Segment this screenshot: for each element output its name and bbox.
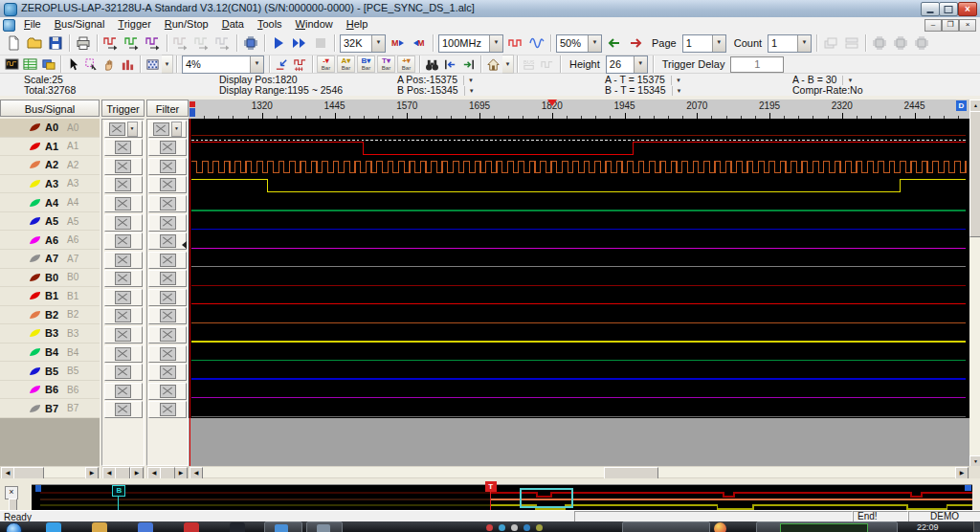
- channel-row-B1[interactable]: B1B1: [0, 287, 100, 306]
- a-bar-offscreen-indicator[interactable]: [189, 101, 195, 107]
- overview-b-bar-marker[interactable]: B: [112, 485, 125, 497]
- dont-care-checkbox[interactable]: [160, 216, 176, 230]
- bar-analysis-icon[interactable]: [119, 55, 137, 73]
- dont-care-checkbox[interactable]: [115, 366, 131, 379]
- trigger-position-combo[interactable]: 50%▼: [556, 34, 602, 53]
- dont-care-checkbox[interactable]: [160, 178, 176, 191]
- chevron-down-icon[interactable]: ▼: [588, 35, 601, 52]
- chevron-down-icon[interactable]: ▼: [371, 35, 385, 52]
- a-bar-button[interactable]: A▾Bar: [337, 55, 355, 73]
- dont-care-checkbox[interactable]: [115, 216, 131, 230]
- splitter-collapse-icon[interactable]: [182, 241, 187, 249]
- filter-cell-B3[interactable]: [148, 325, 187, 344]
- height-combo[interactable]: 26▼: [606, 55, 648, 74]
- dont-care-checkbox[interactable]: [115, 234, 131, 248]
- channel-row-A3[interactable]: A3A3: [0, 175, 100, 194]
- sampling-rate-combo[interactable]: 100MHz▼: [438, 34, 503, 53]
- filter-cell-A7[interactable]: [148, 251, 187, 270]
- bus-signal-header[interactable]: Bus/Signal: [0, 100, 100, 117]
- tray-icon-4[interactable]: [536, 524, 543, 531]
- chevron-down-icon[interactable]: ▼: [502, 55, 514, 74]
- listing-display-icon[interactable]: [21, 55, 39, 73]
- channel-row-A1[interactable]: A1A1: [0, 138, 100, 157]
- filter-cell-B2[interactable]: [148, 307, 187, 326]
- show-desktop-button[interactable]: [973, 521, 980, 532]
- bus-panel-hscrollbar[interactable]: ◀▶: [0, 466, 100, 478]
- goto-a-icon[interactable]: [441, 55, 459, 73]
- dont-care-checkbox[interactable]: [160, 309, 176, 322]
- vscroll-thumb[interactable]: [969, 111, 980, 237]
- filter-cell-B1[interactable]: [148, 288, 187, 307]
- waveform-canvas[interactable]: [189, 119, 969, 466]
- dont-care-checkbox[interactable]: [115, 385, 131, 398]
- trigger-column-hscrollbar[interactable]: ◀▶: [101, 466, 145, 478]
- menu-item-run-stop[interactable]: Run/Stop: [158, 17, 215, 32]
- dont-care-checkbox[interactable]: [115, 291, 131, 304]
- dont-care-checkbox[interactable]: [160, 141, 176, 154]
- dont-care-checkbox[interactable]: [109, 122, 125, 136]
- pointer-icon[interactable]: [64, 55, 82, 73]
- channel-row-A6[interactable]: A6A6: [0, 231, 100, 250]
- find-icon[interactable]: [423, 55, 441, 73]
- memory-depth-combo[interactable]: 32K▼: [340, 34, 386, 53]
- waveform-display-icon[interactable]: [3, 55, 21, 73]
- square-wave-icon[interactable]: [505, 33, 526, 54]
- minimize-button[interactable]: [921, 2, 940, 16]
- overview-strip[interactable]: T B: [32, 484, 972, 511]
- menu-item-data[interactable]: Data: [215, 17, 251, 32]
- channel-row-B6[interactable]: B6B6: [0, 381, 100, 400]
- taskbar-window-button-2[interactable]: [306, 521, 343, 532]
- tray-icon-1[interactable]: [499, 524, 505, 531]
- channel-row-A0[interactable]: A0A0: [0, 119, 100, 138]
- menu-item-window[interactable]: Window: [289, 17, 340, 32]
- chevron-down-icon[interactable]: ▼: [489, 35, 502, 52]
- menu-item-bus-signal[interactable]: Bus/Signal: [48, 17, 112, 32]
- hand-icon[interactable]: [100, 55, 119, 73]
- a-t-dropdown[interactable]: ▼: [671, 76, 685, 85]
- sine-wave-icon[interactable]: [526, 33, 547, 54]
- open-file-icon[interactable]: [24, 33, 45, 54]
- dont-care-checkbox[interactable]: [115, 178, 131, 191]
- menu-item-file[interactable]: File: [17, 17, 48, 32]
- chevron-down-icon[interactable]: ▼: [712, 35, 725, 52]
- menu-item-trigger[interactable]: Trigger: [111, 17, 157, 32]
- mdi-restore-button[interactable]: ❐: [942, 19, 959, 32]
- dont-care-checkbox[interactable]: [160, 328, 176, 342]
- filter-cell-B6[interactable]: [148, 382, 187, 401]
- ruler-wave-icon[interactable]: [291, 55, 309, 73]
- page-prev-icon[interactable]: [604, 33, 625, 54]
- mdi-close-button[interactable]: ×: [959, 19, 976, 32]
- trigger-cell-A1[interactable]: [103, 139, 143, 158]
- channel-row-B0[interactable]: B0B0: [0, 269, 100, 288]
- dont-care-checkbox[interactable]: [115, 141, 131, 154]
- trigger-cell-B5[interactable]: [103, 363, 143, 382]
- taskbar-active-app[interactable]: [756, 521, 898, 532]
- chevron-down-icon[interactable]: ▼: [171, 122, 182, 137]
- tray-icon-2[interactable]: [511, 524, 518, 531]
- b-pos-dropdown[interactable]: ▼: [464, 86, 479, 96]
- chevron-down-icon[interactable]: ▼: [634, 56, 647, 73]
- dont-care-checkbox[interactable]: [160, 366, 176, 379]
- menu-item-tools[interactable]: Tools: [251, 17, 289, 32]
- tray-icon-0[interactable]: [486, 524, 493, 531]
- page-combo[interactable]: 1▼: [682, 34, 726, 53]
- maximize-button[interactable]: [939, 2, 958, 16]
- dont-care-checkbox[interactable]: [160, 291, 176, 304]
- dont-care-checkbox[interactable]: [115, 272, 131, 285]
- trigger-cell-A2[interactable]: [103, 157, 143, 176]
- chevron-down-icon[interactable]: ▼: [250, 56, 263, 73]
- dont-care-checkbox[interactable]: [160, 234, 176, 248]
- run-icon[interactable]: [268, 33, 289, 54]
- zoom-scale-combo[interactable]: 4%▼: [182, 55, 264, 74]
- trigger-pattern-icon[interactable]: [122, 33, 143, 54]
- trigger-cell-B0[interactable]: [103, 270, 143, 289]
- taskbar-app-dark[interactable]: [230, 522, 245, 532]
- trigger-cell-A0[interactable]: ▼: [103, 120, 143, 139]
- new-file-icon[interactable]: [3, 33, 24, 54]
- dont-care-checkbox[interactable]: [160, 272, 176, 285]
- filter-column-hscrollbar[interactable]: ◀▶: [146, 466, 189, 478]
- multi-select-icon[interactable]: [82, 55, 100, 73]
- tray-icon-3[interactable]: [523, 524, 530, 531]
- mdi-minimize-button[interactable]: –: [924, 19, 942, 32]
- dont-care-checkbox[interactable]: [160, 403, 176, 416]
